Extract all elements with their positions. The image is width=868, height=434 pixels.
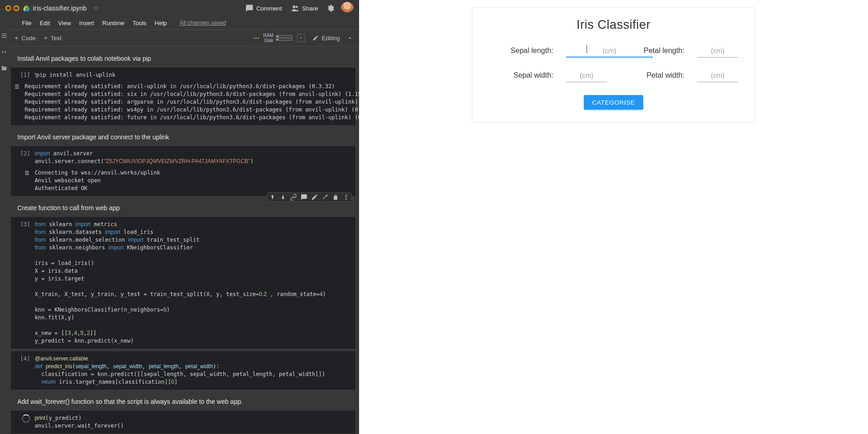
files-icon[interactable]	[0, 65, 8, 72]
link-icon[interactable]	[290, 194, 297, 201]
colab-pane: iris-classifier.ipynb ☆ Comment Share Fi…	[0, 0, 359, 434]
code-content[interactable]: print(y_predict) anvil.server.wait_forev…	[35, 414, 351, 430]
cell-prompt: [3]	[14, 221, 35, 345]
edit-icon[interactable]	[311, 194, 318, 201]
sepal-width-label: Sepal width:	[489, 71, 553, 79]
comment-button[interactable]: Comment	[245, 4, 282, 12]
svg-point-2	[293, 5, 296, 8]
sepal-length-input[interactable]	[566, 44, 653, 58]
notebook-filename[interactable]: iris-classifier.ipynb	[33, 5, 87, 12]
svg-point-3	[296, 6, 298, 8]
add-text-button[interactable]: Text	[43, 35, 62, 42]
text-cell[interactable]: Install Anvil packages to colab notebook…	[11, 49, 355, 68]
caret-down-icon	[299, 36, 303, 40]
app-title: Iris Classifier	[489, 18, 738, 32]
cell-output: Requirement already satisfied: anvil-upl…	[25, 83, 359, 122]
code-content[interactable]: from sklearn import metrics from sklearn…	[35, 221, 351, 345]
move-up-icon[interactable]	[269, 194, 276, 201]
colab-logo	[5, 4, 19, 13]
output-icon[interactable]	[24, 170, 30, 176]
resource-dropdown[interactable]	[297, 34, 305, 42]
drive-icon	[23, 5, 30, 12]
star-icon[interactable]: ☆	[93, 4, 99, 12]
people-icon	[291, 4, 299, 12]
plus-icon	[43, 35, 48, 41]
add-code-button[interactable]: Code	[14, 35, 36, 42]
delete-icon[interactable]	[332, 194, 339, 201]
form-grid: Sepal length: Petal length: Sepal width:…	[489, 44, 738, 82]
share-button[interactable]: Share	[291, 4, 318, 12]
code-cell-3[interactable]: [3]from sklearn import metrics from skle…	[11, 217, 355, 349]
cell-toolbar	[267, 192, 352, 202]
petal-width-input[interactable]	[697, 69, 738, 82]
resource-indicator[interactable]: ••• RAMDisk	[254, 33, 306, 43]
code-content[interactable]: !pip install anvil-uplink	[35, 71, 351, 79]
gear-icon[interactable]	[326, 4, 334, 12]
plus-icon	[14, 35, 19, 41]
more-icon[interactable]	[343, 194, 349, 201]
chevron-up-icon	[347, 35, 353, 41]
toc-icon[interactable]	[0, 32, 8, 39]
petal-length-input[interactable]	[697, 44, 738, 58]
menu-runtime[interactable]: Runtime	[99, 18, 128, 28]
code-content[interactable]: @anvil.server.callable def predict_iris(…	[35, 355, 351, 386]
toolbar: Code Text ••• RAMDisk Editing	[0, 29, 359, 47]
notebook-body[interactable]: Install Anvil packages to colab notebook…	[0, 47, 359, 434]
code-cell-5[interactable]: print(y_predict) anvil.server.wait_forev…	[11, 411, 355, 434]
cell-output: Connecting to wss://anvil.works/uplink A…	[35, 169, 351, 192]
menu-insert[interactable]: Insert	[75, 18, 98, 28]
pencil-icon	[312, 35, 319, 41]
menu-file[interactable]: File	[18, 18, 35, 28]
code-cell-4[interactable]: [4]@anvil.server.callable def predict_ir…	[11, 351, 355, 390]
svg-point-6	[345, 199, 347, 200]
code-cell-2[interactable]: [2]import anvil.server anvil.server.conn…	[11, 146, 355, 196]
colab-header: iris-classifier.ipynb ☆ Comment Share	[0, 0, 359, 16]
comment-icon	[245, 4, 254, 12]
status-dots-icon: •••	[254, 36, 260, 41]
menu-tools[interactable]: Tools	[129, 18, 150, 28]
left-rail	[0, 29, 8, 434]
save-status: All changes saved	[176, 18, 229, 28]
menu-edit[interactable]: Edit	[36, 18, 53, 28]
sepal-length-label: Sepal length:	[489, 47, 553, 55]
svg-point-4	[345, 195, 347, 196]
output-icon[interactable]	[14, 84, 20, 90]
menu-bar: File Edit View Insert Runtime Tools Help…	[0, 16, 359, 29]
categorise-button[interactable]: CATEGORISE	[584, 95, 643, 110]
cell-prompt: [4]	[14, 355, 35, 386]
cell-running-indicator[interactable]	[14, 414, 35, 430]
comment-icon[interactable]	[301, 194, 307, 201]
text-cell[interactable]: Create function to call from web app	[11, 199, 355, 217]
cell-prompt: [2]	[14, 150, 35, 165]
petal-width-label: Petal width:	[620, 71, 684, 79]
avatar[interactable]	[341, 2, 354, 15]
menu-help[interactable]: Help	[151, 18, 171, 28]
code-cell-1[interactable]: [1]!pip install anvil-uplink Requirement…	[11, 68, 355, 125]
text-cell[interactable]: Add wait_forever() function so that the …	[11, 392, 355, 411]
menu-view[interactable]: View	[54, 18, 74, 28]
move-down-icon[interactable]	[280, 194, 286, 201]
text-cell[interactable]: Import Anvil server package and connect …	[11, 128, 355, 146]
sepal-width-input[interactable]	[566, 69, 607, 82]
editing-mode[interactable]: Editing	[312, 35, 340, 42]
app-card: Iris Classifier Sepal length: Petal leng…	[472, 7, 755, 123]
svg-point-5	[345, 196, 347, 198]
mirror-icon[interactable]	[322, 194, 328, 201]
cell-prompt: [1]	[14, 71, 35, 79]
spinner-icon	[22, 414, 30, 423]
app-pane: Iris Classifier Sepal length: Petal leng…	[359, 0, 868, 434]
resource-bars	[276, 35, 292, 41]
collapse-button[interactable]	[345, 33, 355, 42]
code-content[interactable]: import anvil.server anvil.server.connect…	[35, 150, 351, 165]
code-snippets-icon[interactable]	[0, 48, 8, 56]
